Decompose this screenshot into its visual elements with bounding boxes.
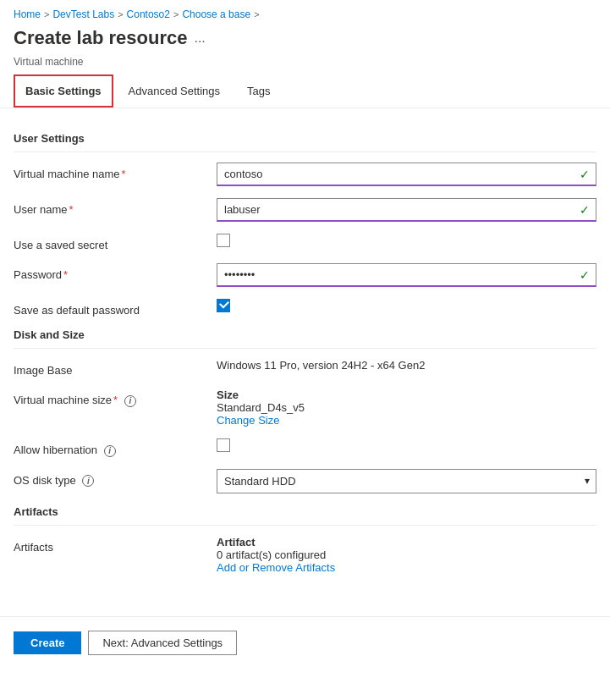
os-disk-type-select[interactable]: Standard HDD Standard SSD Premium SSD bbox=[217, 469, 596, 493]
saved-secret-checkbox[interactable] bbox=[217, 234, 230, 247]
size-block: Size Standard_D4s_v5 Change Size bbox=[217, 389, 596, 427]
password-row: Password* ✓ bbox=[14, 263, 596, 287]
password-input-wrapper: ✓ bbox=[217, 263, 596, 287]
breadcrumb-sep-4: > bbox=[254, 9, 259, 19]
breadcrumb-devtest[interactable]: DevTest Labs bbox=[52, 8, 114, 20]
save-default-password-label: Save as default password bbox=[14, 299, 217, 317]
password-control: ✓ bbox=[217, 263, 596, 287]
allow-hibernation-label: Allow hibernation i bbox=[14, 438, 217, 457]
save-default-password-checkbox-wrapper bbox=[217, 299, 596, 312]
tab-bar: Basic Settings Advanced Settings Tags bbox=[0, 74, 610, 108]
breadcrumb-sep-2: > bbox=[118, 9, 123, 19]
vm-size-info-icon[interactable]: i bbox=[124, 395, 136, 407]
allow-hibernation-info-icon[interactable]: i bbox=[104, 445, 116, 457]
tab-advanced-settings[interactable]: Advanced Settings bbox=[117, 74, 232, 107]
size-label: Size bbox=[217, 389, 596, 401]
os-disk-type-control: Standard HDD Standard SSD Premium SSD ▾ bbox=[217, 469, 596, 493]
page-subtitle: Virtual machine bbox=[0, 56, 610, 74]
artifact-count: 0 artifact(s) configured bbox=[217, 548, 596, 561]
allow-hibernation-checkbox-wrapper bbox=[217, 438, 596, 452]
artifact-label: Artifact bbox=[217, 536, 596, 548]
form-content: User Settings Virtual machine name* ✓ Us… bbox=[0, 108, 610, 599]
os-disk-type-dropdown-wrapper: Standard HDD Standard SSD Premium SSD ▾ bbox=[217, 469, 596, 493]
saved-secret-control bbox=[217, 234, 596, 247]
user-settings-section-label: User Settings bbox=[14, 132, 596, 145]
save-default-password-checkbox[interactable] bbox=[217, 299, 230, 312]
vm-name-label: Virtual machine name* bbox=[14, 163, 217, 180]
os-disk-type-row: OS disk type i Standard HDD Standard SSD… bbox=[14, 469, 596, 493]
breadcrumb: Home > DevTest Labs > Contoso2 > Choose … bbox=[0, 0, 610, 24]
vm-size-control: Size Standard_D4s_v5 Change Size bbox=[217, 389, 596, 427]
user-settings-divider bbox=[14, 152, 596, 152]
save-default-password-control bbox=[217, 299, 596, 312]
artifacts-section-label: Artifacts bbox=[14, 505, 596, 518]
allow-hibernation-control bbox=[217, 438, 596, 452]
tab-tags[interactable]: Tags bbox=[235, 74, 282, 107]
allow-hibernation-checkbox[interactable] bbox=[217, 438, 230, 452]
artifacts-divider bbox=[14, 525, 596, 526]
disk-size-divider bbox=[14, 348, 596, 349]
tab-basic-settings[interactable]: Basic Settings bbox=[14, 74, 113, 107]
change-size-link[interactable]: Change Size bbox=[217, 414, 279, 427]
os-disk-type-info-icon[interactable]: i bbox=[82, 475, 94, 487]
password-check-icon: ✓ bbox=[580, 268, 590, 282]
breadcrumb-home[interactable]: Home bbox=[14, 8, 41, 20]
vm-name-input[interactable] bbox=[217, 163, 596, 186]
artifacts-row: Artifacts Artifact 0 artifact(s) configu… bbox=[14, 536, 596, 574]
breadcrumb-sep-3: > bbox=[173, 9, 179, 19]
password-label: Password* bbox=[14, 263, 217, 281]
next-advanced-settings-button[interactable]: Next: Advanced Settings bbox=[88, 631, 237, 655]
artifacts-control: Artifact 0 artifact(s) configured Add or… bbox=[217, 536, 596, 574]
artifact-block: Artifact 0 artifact(s) configured Add or… bbox=[217, 536, 596, 574]
image-base-value: Windows 11 Pro, version 24H2 - x64 Gen2 bbox=[217, 359, 596, 372]
artifacts-section: Artifacts bbox=[14, 505, 596, 526]
breadcrumb-sep-1: > bbox=[44, 9, 49, 19]
breadcrumb-contoso2[interactable]: Contoso2 bbox=[127, 8, 170, 20]
image-base-label: Image Base bbox=[14, 359, 217, 377]
page-title: Create lab resource bbox=[14, 27, 187, 49]
saved-secret-checkbox-wrapper bbox=[217, 234, 596, 247]
vm-size-row: Virtual machine size* i Size Standard_D4… bbox=[14, 389, 596, 427]
user-name-row: User name* ✓ bbox=[14, 198, 596, 222]
vm-name-input-wrapper: ✓ bbox=[217, 163, 596, 186]
disk-size-section: Disk and Size bbox=[14, 328, 596, 349]
save-default-password-row: Save as default password bbox=[14, 299, 596, 317]
user-name-label: User name* bbox=[14, 198, 217, 216]
saved-secret-label: Use a saved secret bbox=[14, 234, 217, 251]
user-name-check-icon: ✓ bbox=[580, 203, 590, 217]
image-base-row: Image Base Windows 11 Pro, version 24H2 … bbox=[14, 359, 596, 377]
password-input[interactable] bbox=[217, 263, 596, 287]
form-footer: Create Next: Advanced Settings bbox=[0, 616, 610, 669]
vm-name-row: Virtual machine name* ✓ bbox=[14, 163, 596, 186]
os-disk-type-label: OS disk type i bbox=[14, 469, 217, 488]
disk-size-section-label: Disk and Size bbox=[14, 328, 596, 341]
user-name-control: ✓ bbox=[217, 198, 596, 222]
saved-secret-row: Use a saved secret bbox=[14, 234, 596, 251]
vm-name-check-icon: ✓ bbox=[580, 168, 590, 181]
page-header: Create lab resource ... bbox=[0, 24, 610, 56]
size-value: Standard_D4s_v5 bbox=[217, 401, 596, 414]
breadcrumb-choose-base[interactable]: Choose a base bbox=[182, 8, 250, 20]
vm-name-control: ✓ bbox=[217, 163, 596, 186]
allow-hibernation-row: Allow hibernation i bbox=[14, 438, 596, 457]
vm-size-label: Virtual machine size* i bbox=[14, 389, 217, 407]
more-options-icon[interactable]: ... bbox=[194, 30, 205, 46]
user-name-input-wrapper: ✓ bbox=[217, 198, 596, 222]
artifacts-label: Artifacts bbox=[14, 536, 217, 554]
create-button[interactable]: Create bbox=[14, 631, 81, 654]
user-name-input[interactable] bbox=[217, 198, 596, 222]
add-remove-artifacts-link[interactable]: Add or Remove Artifacts bbox=[217, 561, 335, 574]
